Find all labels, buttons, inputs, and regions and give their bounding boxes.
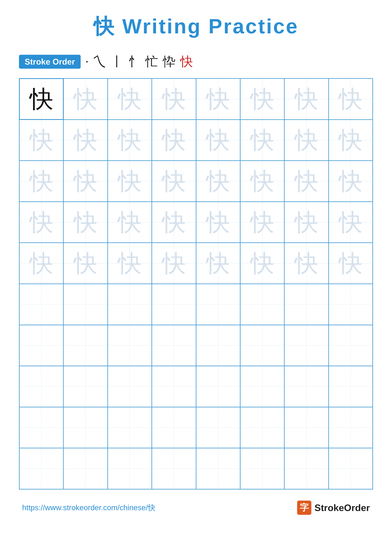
grid-cell-r5c8[interactable]: 快 bbox=[328, 243, 373, 284]
grid-cell-r2c8[interactable]: 快 bbox=[328, 120, 373, 161]
grid-cell-r2c1[interactable]: 快 bbox=[19, 120, 64, 161]
grid-cell-r2c5[interactable]: 快 bbox=[196, 120, 240, 161]
grid-cell-r9c6[interactable] bbox=[240, 407, 284, 448]
grid-cell-r7c4[interactable] bbox=[152, 325, 196, 366]
grid-cell-r7c6[interactable] bbox=[240, 325, 284, 366]
grid-cell-r6c4[interactable] bbox=[152, 284, 196, 325]
char-guide: 快 bbox=[162, 87, 186, 111]
char-guide: 快 bbox=[339, 128, 363, 152]
grid-cell-r10c3[interactable] bbox=[108, 448, 152, 489]
grid-cell-r5c2[interactable]: 快 bbox=[64, 243, 107, 284]
footer: https://www.strokeorder.com/chinese/快 字 … bbox=[19, 501, 373, 515]
grid-cell-r9c3[interactable] bbox=[108, 407, 152, 448]
grid-cell-r1c5[interactable]: 快 bbox=[196, 79, 240, 120]
char-guide: 快 bbox=[162, 169, 186, 193]
grid-cell-r7c1[interactable] bbox=[19, 325, 64, 366]
grid-cell-r6c2[interactable] bbox=[64, 284, 107, 325]
grid-cell-r4c6[interactable]: 快 bbox=[240, 202, 284, 243]
grid-cell-r10c7[interactable] bbox=[284, 448, 328, 489]
grid-cell-r8c3[interactable] bbox=[108, 366, 152, 407]
grid-cell-r1c4[interactable]: 快 bbox=[152, 79, 196, 120]
grid-cell-r10c2[interactable] bbox=[64, 448, 107, 489]
grid-cell-r8c6[interactable] bbox=[240, 366, 284, 407]
grid-cell-r3c1[interactable]: 快 bbox=[19, 161, 64, 202]
grid-cell-r2c7[interactable]: 快 bbox=[284, 120, 328, 161]
grid-cell-r6c7[interactable] bbox=[284, 284, 328, 325]
char-guide: 快 bbox=[118, 210, 142, 234]
grid-cell-r4c8[interactable]: 快 bbox=[328, 202, 373, 243]
grid-cell-r8c4[interactable] bbox=[152, 366, 196, 407]
page: 快 Writing Practice Stroke Order · 乀 丨 忄 … bbox=[0, 0, 392, 555]
grid-cell-r9c7[interactable] bbox=[284, 407, 328, 448]
grid-cell-r6c1[interactable] bbox=[19, 284, 64, 325]
grid-cell-r8c1[interactable] bbox=[19, 366, 64, 407]
grid-cell-r9c5[interactable] bbox=[196, 407, 240, 448]
grid-cell-r6c8[interactable] bbox=[328, 284, 373, 325]
grid-cell-r4c7[interactable]: 快 bbox=[284, 202, 328, 243]
char-guide: 快 bbox=[339, 210, 363, 234]
grid-cell-r2c2[interactable]: 快 bbox=[64, 120, 107, 161]
grid-cell-r9c8[interactable] bbox=[328, 407, 373, 448]
grid-cell-r7c7[interactable] bbox=[284, 325, 328, 366]
page-title: 快 Writing Practice bbox=[19, 13, 373, 41]
grid-cell-r1c7[interactable]: 快 bbox=[284, 79, 328, 120]
grid-cell-r5c1[interactable]: 快 bbox=[19, 243, 64, 284]
grid-cell-r3c7[interactable]: 快 bbox=[284, 161, 328, 202]
grid-cell-r3c8[interactable]: 快 bbox=[328, 161, 373, 202]
grid-cell-r5c5[interactable]: 快 bbox=[196, 243, 240, 284]
grid-cell-r6c3[interactable] bbox=[108, 284, 152, 325]
char-guide: 快 bbox=[295, 87, 318, 111]
grid-cell-r7c3[interactable] bbox=[108, 325, 152, 366]
char-guide: 快 bbox=[118, 169, 142, 193]
grid-cell-r1c1[interactable]: 快 bbox=[19, 79, 64, 120]
grid-cell-r2c6[interactable]: 快 bbox=[240, 120, 284, 161]
char-guide: 快 bbox=[74, 251, 97, 275]
grid-cell-r3c5[interactable]: 快 bbox=[196, 161, 240, 202]
grid-cell-r3c2[interactable]: 快 bbox=[64, 161, 107, 202]
grid-cell-r9c2[interactable] bbox=[64, 407, 107, 448]
brand-icon: 字 bbox=[297, 501, 311, 515]
grid-cell-r3c4[interactable]: 快 bbox=[152, 161, 196, 202]
char-guide: 快 bbox=[206, 128, 230, 152]
grid-cell-r10c4[interactable] bbox=[152, 448, 196, 489]
grid-cell-r8c5[interactable] bbox=[196, 366, 240, 407]
grid-cell-r10c8[interactable] bbox=[328, 448, 373, 489]
grid-cell-r5c3[interactable]: 快 bbox=[108, 243, 152, 284]
footer-url: https://www.strokeorder.com/chinese/快 bbox=[22, 503, 156, 513]
grid-cell-r7c2[interactable] bbox=[64, 325, 107, 366]
char-guide: 快 bbox=[295, 169, 318, 193]
grid-cell-r3c3[interactable]: 快 bbox=[108, 161, 152, 202]
grid-cell-r4c2[interactable]: 快 bbox=[64, 202, 107, 243]
grid-cell-r8c7[interactable] bbox=[284, 366, 328, 407]
grid-cell-r10c6[interactable] bbox=[240, 448, 284, 489]
grid-cell-r3c6[interactable]: 快 bbox=[240, 161, 284, 202]
grid-cell-r8c2[interactable] bbox=[64, 366, 107, 407]
grid-cell-r1c8[interactable]: 快 bbox=[328, 79, 373, 120]
grid-cell-r4c5[interactable]: 快 bbox=[196, 202, 240, 243]
grid-cell-r5c4[interactable]: 快 bbox=[152, 243, 196, 284]
grid-cell-r6c5[interactable] bbox=[196, 284, 240, 325]
grid-cell-r9c1[interactable] bbox=[19, 407, 64, 448]
grid-cell-r1c3[interactable]: 快 bbox=[108, 79, 152, 120]
char-guide: 快 bbox=[206, 251, 230, 275]
grid-cell-r7c8[interactable] bbox=[328, 325, 373, 366]
grid-cell-r10c1[interactable] bbox=[19, 448, 64, 489]
grid-cell-r8c8[interactable] bbox=[328, 366, 373, 407]
grid-cell-r5c6[interactable]: 快 bbox=[240, 243, 284, 284]
grid-cell-r2c4[interactable]: 快 bbox=[152, 120, 196, 161]
char-guide: 快 bbox=[206, 169, 230, 193]
grid-cell-r4c3[interactable]: 快 bbox=[108, 202, 152, 243]
grid-cell-r6c6[interactable] bbox=[240, 284, 284, 325]
grid-cell-r1c2[interactable]: 快 bbox=[64, 79, 107, 120]
grid-cell-r10c5[interactable] bbox=[196, 448, 240, 489]
grid-cell-r5c7[interactable]: 快 bbox=[284, 243, 328, 284]
char-guide: 快 bbox=[118, 128, 142, 152]
grid-cell-r7c5[interactable] bbox=[196, 325, 240, 366]
char-guide: 快 bbox=[339, 251, 363, 275]
grid-cell-r4c4[interactable]: 快 bbox=[152, 202, 196, 243]
char-guide: 快 bbox=[295, 128, 318, 152]
grid-cell-r1c6[interactable]: 快 bbox=[240, 79, 284, 120]
grid-cell-r9c4[interactable] bbox=[152, 407, 196, 448]
grid-cell-r2c3[interactable]: 快 bbox=[108, 120, 152, 161]
grid-cell-r4c1[interactable]: 快 bbox=[19, 202, 64, 243]
